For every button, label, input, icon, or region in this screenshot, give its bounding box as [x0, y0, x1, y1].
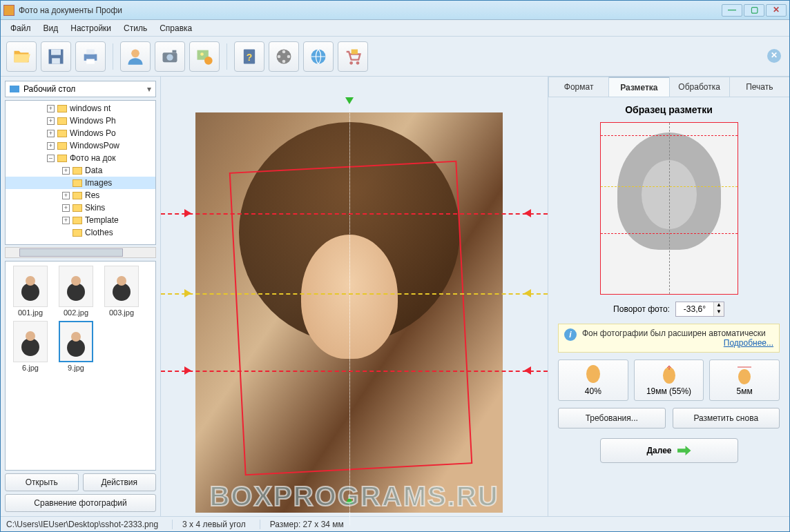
tree-item[interactable]: +windows nt	[6, 102, 155, 115]
menu-help[interactable]: Справка	[154, 22, 198, 35]
menu-file[interactable]: Файл	[5, 22, 37, 35]
guide-handle-top[interactable]	[345, 97, 354, 104]
minimize-button[interactable]: —	[722, 4, 742, 17]
photo-canvas[interactable]: BOXPROGRAMS.RU	[161, 77, 548, 516]
image-gear-icon	[195, 47, 214, 66]
remark-button[interactable]: Разметить снова	[673, 408, 780, 428]
info-text: Фон фотографии был расширен автоматическ…	[582, 328, 766, 338]
menu-settings[interactable]: Настройки	[65, 22, 117, 35]
toolbar-web[interactable]	[303, 41, 334, 72]
guide-eyes[interactable]	[161, 293, 548, 295]
user-icon	[126, 47, 145, 66]
close-button[interactable]: ✕	[766, 4, 787, 17]
guide-top-of-head[interactable]	[161, 213, 548, 215]
requirements-button[interactable]: Требования...	[558, 408, 666, 428]
arrow-right-icon	[677, 446, 691, 455]
rotation-input[interactable]	[676, 304, 713, 314]
svg-point-21	[349, 61, 353, 65]
toolbar-image-settings[interactable]	[189, 41, 220, 72]
metric-head-height[interactable]: 19мм (55%)	[634, 359, 704, 401]
printer-icon	[81, 47, 100, 66]
maximize-button[interactable]: ▢	[744, 4, 764, 17]
svg-point-26	[738, 369, 751, 384]
guide-handle-left[interactable]	[184, 209, 191, 217]
svg-point-8	[166, 54, 173, 60]
folder-icon	[73, 204, 82, 212]
tab-processing[interactable]: Обработка	[669, 77, 730, 97]
tree-item[interactable]: +Skins	[6, 201, 155, 214]
guide-handle-right[interactable]	[524, 366, 531, 375]
tree-hscrollbar[interactable]	[5, 247, 156, 258]
info-more-link[interactable]: Подробнее...	[724, 338, 773, 348]
menubar: Файл Вид Настройки Стиль Справка	[1, 20, 789, 37]
toolbar-video[interactable]	[269, 41, 299, 72]
thumbnail[interactable]: 003.jpg	[101, 266, 142, 317]
guide-handle-right[interactable]	[524, 289, 531, 297]
svg-point-19	[278, 55, 281, 58]
tab-print[interactable]: Печать	[729, 77, 790, 97]
guide-handle-right[interactable]	[524, 209, 531, 217]
thumbnail-selected[interactable]: 9.jpg	[55, 321, 97, 372]
chevron-down-icon: ▾	[147, 84, 151, 94]
help-book-icon: ?	[240, 47, 259, 66]
toolbar-open[interactable]	[6, 41, 37, 72]
tab-markup[interactable]: Разметка	[608, 77, 669, 97]
spinner-down[interactable]: ▼	[714, 309, 724, 316]
crop-rectangle[interactable]	[229, 161, 473, 476]
metric-top-margin[interactable]: 5мм	[709, 359, 780, 401]
toolbar: ? ✕	[1, 37, 789, 77]
tree-item[interactable]: +Res	[6, 189, 155, 201]
hint-close-icon[interactable]: ✕	[767, 49, 781, 63]
status-format: 3 x 4 левый угол	[172, 520, 246, 529]
folder-tree[interactable]: +windows nt +Windows Ph +Windows Po +Win…	[5, 100, 156, 245]
svg-point-24	[586, 365, 600, 383]
thumbnail[interactable]: 001.jpg	[10, 266, 51, 317]
film-reel-icon	[274, 47, 293, 66]
location-combo[interactable]: Рабочий стол ▾	[5, 81, 156, 97]
toolbar-shop[interactable]	[338, 41, 368, 72]
tree-item[interactable]: +Windows Po	[6, 127, 155, 139]
tree-item[interactable]: +WindowsPow	[6, 139, 155, 152]
guide-handle-left[interactable]	[184, 289, 191, 297]
thumbnail[interactable]: 002.jpg	[55, 266, 97, 317]
status-bar: C:\Users\IEUser\Desktop\sshot-2333.png 3…	[1, 516, 789, 531]
head-silhouette-icon	[584, 364, 603, 385]
tree-item[interactable]: +Template	[6, 214, 155, 226]
folder-icon	[57, 155, 67, 162]
tab-format[interactable]: Формат	[548, 77, 609, 97]
tree-item[interactable]: –Фото на док	[6, 152, 155, 164]
right-panel: Формат Разметка Обработка Печать Образец…	[548, 77, 789, 516]
tree-item[interactable]: +Windows Ph	[6, 115, 155, 127]
toolbar-user[interactable]	[120, 41, 151, 72]
tabs: Формат Разметка Обработка Печать	[548, 77, 789, 97]
guide-handle-bottom[interactable]	[345, 497, 354, 504]
tree-item-selected[interactable]: +Images	[6, 177, 155, 189]
open-button[interactable]: Открыть	[5, 473, 79, 491]
location-label: Рабочий стол	[23, 84, 75, 94]
actions-button[interactable]: Действия	[83, 473, 157, 491]
save-icon	[46, 47, 66, 66]
menu-view[interactable]: Вид	[38, 22, 64, 35]
guide-handle-left[interactable]	[184, 366, 191, 375]
toolbar-camera[interactable]	[155, 41, 185, 72]
metric-face-pct[interactable]: 40%	[558, 359, 628, 401]
cart-icon	[343, 47, 363, 66]
folder-open-icon	[12, 47, 31, 66]
next-button[interactable]: Далее	[600, 438, 738, 463]
compare-button[interactable]: Сравнение фотографий	[5, 494, 156, 512]
rotation-spinner[interactable]: ▲▼	[675, 302, 724, 317]
guide-chin[interactable]	[161, 371, 548, 372]
status-size: Размер: 27 x 34 мм	[260, 520, 344, 529]
folder-icon	[73, 229, 82, 237]
tree-item[interactable]: +Clothes	[6, 226, 155, 239]
head-height-icon	[659, 364, 679, 385]
tree-item[interactable]: +Data	[6, 164, 155, 177]
toolbar-help[interactable]: ?	[234, 41, 264, 72]
svg-rect-1	[51, 49, 61, 55]
toolbar-save[interactable]	[41, 41, 71, 72]
menu-style[interactable]: Стиль	[118, 22, 153, 35]
app-icon	[3, 5, 15, 16]
thumbnail[interactable]: 6.jpg	[10, 321, 51, 372]
info-icon: i	[564, 328, 577, 341]
toolbar-print[interactable]	[75, 41, 106, 72]
